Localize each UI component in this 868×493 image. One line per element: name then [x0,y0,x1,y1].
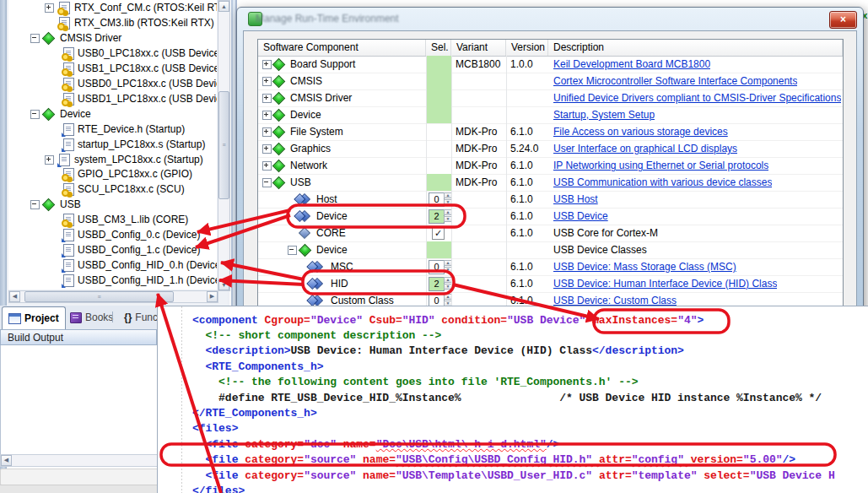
description-link[interactable]: Keil Development Board MCB1800 [553,56,710,73]
description-link[interactable]: User Interface on graphical LCD displays [553,140,737,157]
description-link[interactable]: Cortex Microcontroller Software Interfac… [553,73,797,89]
table-row-board-support[interactable]: Board SupportMCB18001.0.0Keil Developmen… [258,56,843,73]
document-icon [63,138,74,151]
tree-item-label: USB0_LPC18xx.c (USB Device:U [78,46,217,61]
expand-icon[interactable] [262,60,272,69]
column-header-sel-[interactable]: Sel. [426,40,451,56]
build-output-header: Build Output [0,329,157,345]
tree-item-usbd_config_hid_1.h[interactable]: USBD_Config_HID_1.h (Device: [8,273,217,288]
version-cell: 6.1.0 [510,208,533,225]
scroll-left-icon[interactable]: ◀ [1,455,12,466]
xml-segment: USB Device: Human Interface Device (HID)… [291,344,592,357]
expand-icon[interactable] [262,161,272,171]
collapse-icon[interactable] [262,178,272,187]
build-output-scrollbar[interactable]: ◀ [0,454,159,467]
table-row-graphics[interactable]: GraphicsMDK-Pro5.24.0User Interface on g… [258,140,843,158]
tree-item-rte_device.h[interactable]: RTE_Device.h (Startup) [8,122,217,137]
table-row-device[interactable]: DeviceUSB Device Classes [258,241,843,259]
tree-item-usb_cm3_l.lib[interactable]: USB_CM3_L.lib (CORE) [8,212,217,227]
tree-item-cmsis[interactable]: CMSIS Driver [8,30,217,46]
instance-count-spinner[interactable]: 2 [429,209,445,224]
pdsc-xml-editor[interactable]: <component Cgroup="Device" Csub="HID" co… [157,306,868,493]
scroll-down-icon[interactable]: ▼ [218,279,229,290]
collapse-icon[interactable] [30,110,40,119]
tab-books[interactable]: Books [64,307,119,328]
tree-item-usb0_lpc18xx.c[interactable]: USB0_LPC18xx.c (USB Device:U [8,46,217,61]
component-table[interactable]: Software ComponentSel.VariantVersionDesc… [257,39,844,314]
tree-item-startup_lpc18xx.s[interactable]: startup_LPC18xx.s (Startup) [8,137,217,152]
expand-icon[interactable] [45,155,54,165]
build-output-content[interactable] [0,345,158,454]
scroll-left-icon[interactable]: ◀ [9,291,20,302]
xml-segment: select= [704,469,749,482]
description-text: USB Core for Cortex-M [553,225,658,241]
tree-item-device[interactable]: Device [8,106,217,122]
tree-item-usb[interactable]: USB [8,197,217,212]
project-tree[interactable]: RTX_Conf_CM.c (RTOS:Keil RTXRTX_CM3.lib … [8,0,217,290]
tree-item-gpio_lpc18xx.c[interactable]: GPIO_LPC18xx.c (GPIO) [8,166,217,181]
column-header-version[interactable]: Version [506,40,548,56]
tab-project[interactable]: Project [2,306,66,329]
description-link[interactable]: USB Communication with various device cl… [553,174,772,191]
expand-icon[interactable] [262,111,272,120]
tree-item-usbd0_lpc18xx.c[interactable]: USBD0_LPC18xx.c (USB Device: [8,76,217,91]
column-header-variant[interactable]: Variant [451,40,506,56]
expand-icon[interactable] [45,3,54,13]
instance-count-spinner[interactable]: 2 [429,277,445,291]
tree-vscroll-thumb[interactable]: ≡ [218,91,229,199]
tree-item-usbd_config_0.c[interactable]: USBD_Config_0.c (Device) [8,227,217,242]
instance-count-spinner[interactable]: 0 [429,260,445,274]
tree-item-system_lpc18xx.c[interactable]: system_LPC18xx.c (Startup) [8,152,217,167]
description-link[interactable]: Startup, System Setup [553,106,655,123]
column-header-description[interactable]: Description [548,40,843,56]
table-row-file-system[interactable]: File SystemMDK-Pro6.1.0File Access on va… [258,123,843,141]
selection-checkbox[interactable]: ✓ [432,227,445,240]
tree-vertical-scrollbar[interactable]: ▲ ≡ ▼ [218,0,230,291]
table-row-cmsis[interactable]: CMSISCortex Microcontroller Software Int… [258,73,843,90]
tree-item-usbd_config_hid_0.h[interactable]: USBD_Config_HID_0.h (Device: [8,257,217,273]
table-row-network[interactable]: NetworkMDK-Pro6.1.0IP Networking using E… [258,157,843,175]
tree-item-label: CMSIS Driver [60,30,121,46]
instance-count-spinner[interactable]: 0 [429,192,445,207]
xml-segment: "USB Device" [507,314,592,327]
collapse-icon[interactable] [288,246,297,255]
tree-item-usbd1_lpc18xx.c[interactable]: USBD1_LPC18xx.c (USB Device: [8,91,217,106]
tree-item-rtx_cm3.lib[interactable]: RTX_CM3.lib (RTOS:Keil RTX) [8,15,217,30]
table-row-msc[interactable]: MSC0▲▼6.1.0USB Device: Mass Storage Clas… [258,258,843,276]
scroll-up-icon[interactable]: ▲ [218,1,229,12]
expand-icon[interactable] [262,144,272,154]
scroll-right-icon[interactable]: ▶ [207,291,218,302]
description-link[interactable]: File Access on various storage devices [553,123,728,140]
table-row-device[interactable]: DeviceStartup, System Setup [258,106,843,124]
tree-item-rtx_conf_cm.c[interactable]: RTX_Conf_CM.c (RTOS:Keil RTX [8,0,217,15]
expand-icon[interactable] [262,94,272,103]
tree-item-scu_lpc18xx.c[interactable]: SCU_LPC18xx.c (SCU) [8,181,217,197]
close-button[interactable]: × [829,11,857,29]
xml-segment: attr= [599,469,632,482]
column-header-software-component[interactable]: Software Component [258,40,426,56]
core-icon [299,227,310,239]
collapse-icon[interactable] [30,200,40,209]
description-link[interactable]: Unified Device Drivers compliant to CMSI… [553,89,841,106]
expand-icon[interactable] [262,127,272,137]
description-link[interactable]: USB Host [553,191,598,208]
collapse-icon[interactable] [30,34,40,43]
table-row-usb[interactable]: USBMDK-Pro6.1.0USB Communication with va… [258,174,843,192]
table-row-cmsis-driver[interactable]: CMSIS DriverUnified Device Drivers compl… [258,89,843,107]
table-row-hid[interactable]: HID2▲▼6.1.0USB Device: Human Interface D… [258,275,843,293]
tree-item-usbd_config_1.c[interactable]: USBD_Config_1.c (Device) [8,242,217,257]
xml-segment: #define RTE_USB_Device_HID_%Instance% /*… [192,392,822,404]
xml-segment: "doc" [304,438,343,451]
description-link[interactable]: USB Device: Human Interface Device (HID)… [553,275,777,292]
expand-icon[interactable] [262,77,272,86]
tree-hscroll-thumb[interactable]: ≡ [24,291,174,302]
table-row-device[interactable]: Device2▲▼6.1.0USB Device [258,208,843,225]
description-link[interactable]: USB Device [553,208,608,225]
description-link[interactable]: IP Networking using Ethernet or Serial p… [553,157,768,174]
table-row-core[interactable]: CORE✓6.1.0USB Core for Cortex-M [258,225,843,242]
table-row-host[interactable]: Host0▲▼6.1.0USB Host [258,191,843,209]
tree-item-usb1_lpc18xx.c[interactable]: USB1_LPC18xx.c (USB Device:U [8,61,217,76]
tree-horizontal-scrollbar[interactable]: ◀ ≡ ▶ [8,290,218,303]
description-link[interactable]: USB Device: Mass Storage Class (MSC) [553,258,736,275]
tree-item-label: USB_CM3_L.lib (CORE) [78,212,188,227]
